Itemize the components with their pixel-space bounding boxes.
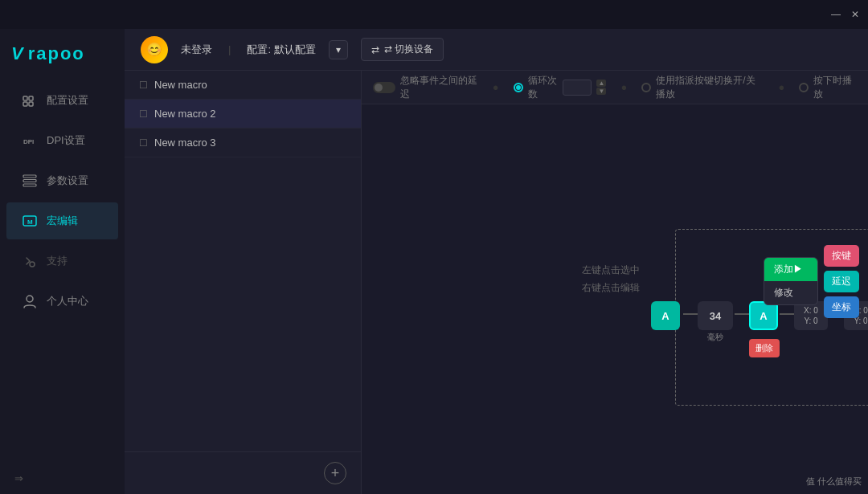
macro-item-label-2: New macro 2 bbox=[154, 108, 216, 120]
loop-count-radio[interactable] bbox=[514, 83, 523, 92]
username-label: 未登录 bbox=[181, 43, 212, 57]
coord-x-1: X: 0 bbox=[804, 306, 818, 315]
app-layout: V rapoo 配置设置 DPI DPI设置 bbox=[0, 29, 868, 494]
delay-node-wrap: 34 毫秒 bbox=[698, 301, 733, 343]
window-controls: — ✕ bbox=[829, 8, 862, 21]
profile-icon bbox=[21, 292, 39, 310]
macro-icon: M bbox=[21, 212, 39, 230]
hold-play-radio[interactable] bbox=[799, 83, 809, 92]
top-bar: 😊 未登录 | 配置: 默认配置 ▾ ⇄ ⇄ 切换设备 bbox=[125, 29, 868, 71]
add-menu-item[interactable]: 添加▶ bbox=[764, 258, 817, 281]
editor-toolbar: 忽略事件之间的延迟 ● 循环次数 1 ▲ ▼ ● bbox=[362, 71, 868, 104]
toolbar-separator-2: ● bbox=[620, 81, 627, 93]
ignore-delay-toggle[interactable] bbox=[373, 82, 395, 93]
macro-item-label-3: New macro 3 bbox=[154, 137, 216, 149]
watermark: 值 什么值得买 bbox=[806, 476, 862, 488]
sidebar-expand[interactable]: ⇒ bbox=[0, 463, 125, 494]
hint-text: 左键点击选中 右键点击编辑 bbox=[582, 263, 640, 297]
macro-item-1[interactable]: ☐ New macro bbox=[125, 71, 361, 100]
node-a-1-wrap: A bbox=[651, 301, 680, 330]
close-button[interactable]: ✕ bbox=[849, 8, 862, 21]
loop-spinners: ▲ ▼ bbox=[596, 80, 606, 95]
modify-menu-item[interactable]: 修改 bbox=[764, 281, 817, 304]
params-icon bbox=[21, 172, 39, 190]
svg-point-10 bbox=[30, 262, 35, 267]
macro-file-icon-3: ☐ bbox=[139, 137, 148, 149]
assign-key-label: 使用指派按键切换开/关播放 bbox=[656, 74, 764, 101]
toggle-knob bbox=[375, 84, 383, 92]
chevron-down-icon: ▾ bbox=[336, 44, 341, 55]
svg-rect-6 bbox=[23, 180, 36, 182]
logo-v-icon: V bbox=[11, 43, 23, 64]
hint-line-1: 左键点击选中 bbox=[582, 263, 640, 280]
support-icon bbox=[21, 252, 39, 270]
ignore-delay-item: 忽略事件之间的延迟 bbox=[373, 74, 478, 101]
node-a-1[interactable]: A bbox=[651, 301, 680, 330]
sidebar-item-label-profile: 个人中心 bbox=[47, 294, 88, 308]
separator: | bbox=[228, 43, 231, 55]
spin-down-button[interactable]: ▼ bbox=[596, 88, 606, 95]
assign-key-item: 使用指派按键切换开/关播放 bbox=[641, 74, 764, 101]
connector-1 bbox=[683, 313, 698, 315]
add-macro-button[interactable]: + bbox=[324, 462, 346, 484]
svg-rect-5 bbox=[23, 175, 36, 178]
logo-area: V rapoo bbox=[0, 37, 125, 80]
assign-key-radio[interactable] bbox=[641, 83, 651, 92]
coord-node-1[interactable]: X: 0 Y: 0 bbox=[794, 301, 828, 330]
sidebar: V rapoo 配置设置 DPI DPI设置 bbox=[0, 29, 125, 494]
hold-play-label: 按下时播放 bbox=[813, 74, 857, 101]
macro-item-label-1: New macro bbox=[154, 79, 207, 91]
sidebar-item-macro[interactable]: M 宏编辑 bbox=[6, 202, 118, 239]
switch-icon: ⇄ bbox=[371, 44, 379, 55]
coord-node-1-wrap: X: 0 Y: 0 bbox=[794, 301, 828, 330]
svg-rect-0 bbox=[23, 96, 27, 100]
spin-up-button[interactable]: ▲ bbox=[596, 80, 606, 87]
config-dropdown[interactable]: ▾ bbox=[329, 40, 348, 59]
sidebar-item-profile[interactable]: 个人中心 bbox=[6, 283, 118, 320]
delete-button[interactable]: 删除 bbox=[749, 339, 780, 357]
config-name-label: 配置: 默认配置 bbox=[247, 43, 315, 57]
macro-item-3[interactable]: ☐ New macro 3 bbox=[125, 129, 361, 157]
minimize-button[interactable]: — bbox=[829, 8, 842, 21]
switch-device-button[interactable]: ⇄ ⇄ 切换设备 bbox=[361, 38, 444, 61]
sidebar-item-config[interactable]: 配置设置 bbox=[6, 82, 118, 119]
title-bar: — ✕ bbox=[0, 0, 868, 29]
delay-unit-label: 毫秒 bbox=[707, 332, 723, 343]
sidebar-item-support: 支持 bbox=[6, 243, 118, 280]
loop-count-item: 循环次数 1 ▲ ▼ bbox=[514, 74, 607, 101]
macro-file-icon-1: ☐ bbox=[139, 80, 148, 91]
delete-wrap: 删除 bbox=[749, 339, 780, 357]
canvas-area: 左键点击选中 右键点击编辑 A bbox=[362, 104, 868, 494]
key-menu-coord[interactable]: 坐标 bbox=[824, 296, 859, 318]
macro-item-2[interactable]: ☐ New macro 2 bbox=[125, 100, 361, 129]
hold-play-item: 按下时播放 bbox=[799, 74, 857, 101]
hint-line-2: 右键点击编辑 bbox=[582, 280, 640, 297]
connector-3 bbox=[780, 313, 794, 315]
sidebar-item-label-dpi: DPI设置 bbox=[47, 133, 85, 148]
node-a-2[interactable]: A bbox=[749, 301, 778, 330]
editor-area: 忽略事件之间的延迟 ● 循环次数 1 ▲ ▼ ● bbox=[362, 71, 868, 494]
coord-y-1: Y: 0 bbox=[804, 316, 817, 325]
expand-icon: ⇒ bbox=[14, 472, 23, 484]
sidebar-item-label-params: 参数设置 bbox=[47, 174, 88, 188]
content-area: 😊 未登录 | 配置: 默认配置 ▾ ⇄ ⇄ 切换设备 ☐ New macro … bbox=[125, 29, 868, 494]
sidebar-item-dpi[interactable]: DPI DPI设置 bbox=[6, 122, 118, 159]
loop-count-input[interactable]: 1 bbox=[563, 80, 592, 96]
key-menu: 按键 延迟 坐标 bbox=[824, 245, 859, 318]
macro-list-bottom: + bbox=[125, 451, 361, 494]
main-content: ☐ New macro ☐ New macro 2 ☐ New macro 3 … bbox=[125, 71, 868, 494]
delay-node[interactable]: 34 bbox=[698, 301, 733, 330]
svg-text:DPI: DPI bbox=[23, 138, 34, 145]
loop-count-label: 循环次数 bbox=[528, 74, 559, 101]
key-menu-delay[interactable]: 延迟 bbox=[824, 271, 859, 292]
config-icon bbox=[21, 92, 39, 109]
delay-value: 34 bbox=[710, 310, 721, 322]
node-a-2-wrap: A bbox=[749, 301, 778, 330]
svg-text:M: M bbox=[27, 218, 33, 226]
sidebar-item-label-support: 支持 bbox=[47, 254, 68, 268]
sidebar-item-label-config: 配置设置 bbox=[47, 93, 88, 108]
key-menu-key[interactable]: 按键 bbox=[824, 245, 859, 267]
sidebar-item-params[interactable]: 参数设置 bbox=[6, 162, 118, 199]
toolbar-separator: ● bbox=[493, 81, 499, 93]
svg-rect-2 bbox=[29, 96, 33, 100]
